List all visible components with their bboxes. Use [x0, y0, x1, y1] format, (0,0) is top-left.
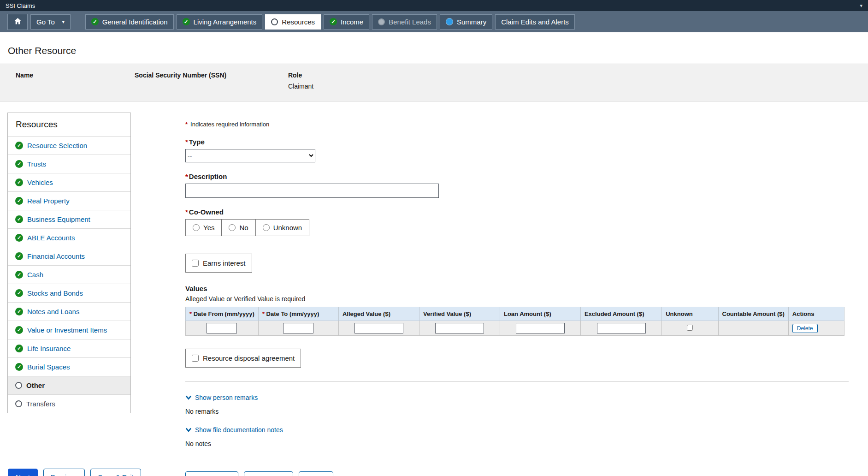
main-navigation: Go To ▾ ✓ General Identification ✓ Livin…	[0, 11, 868, 32]
check-circle-icon: ✓	[15, 215, 23, 223]
check-circle-icon: ✓	[15, 326, 23, 334]
home-button[interactable]	[7, 14, 28, 30]
next-button[interactable]: Next	[8, 469, 38, 476]
earns-interest-checkbox-group[interactable]: Earns interest	[185, 254, 252, 273]
previous-button[interactable]: Previous	[43, 469, 85, 476]
sidebar-item-label: Trusts	[27, 160, 46, 168]
tab-income[interactable]: ✓ Income	[324, 14, 369, 30]
co-owned-unknown-radio[interactable]	[263, 224, 270, 231]
radio-label: Yes	[203, 224, 214, 232]
tab-claim-edits-and-alerts[interactable]: Claim Edits and Alerts	[495, 14, 575, 30]
tab-benefit-leads: Benefit Leads	[372, 14, 437, 30]
excluded-amount-input[interactable]	[597, 323, 646, 333]
resource-disposal-checkbox-group[interactable]: Resource disposal agreement	[185, 349, 301, 368]
tab-label: Income	[341, 18, 363, 26]
co-owned-yes-option[interactable]: Yes	[186, 220, 222, 236]
sidebar-item-other[interactable]: Other	[8, 376, 130, 394]
col-date-from: * Date From (mm/yyyy)	[186, 307, 259, 321]
required-note: * Indicates required information	[185, 121, 849, 128]
sidebar-item-label: Stocks and Bonds	[27, 289, 83, 297]
check-circle-icon: ✓	[15, 160, 23, 168]
sidebar-item-label: Other	[26, 381, 45, 389]
required-asterisk: *	[185, 121, 188, 128]
sidebar-item-label: ABLE Accounts	[27, 234, 75, 242]
sidebar-item-transfers[interactable]: Transfers	[8, 394, 130, 413]
col-verified-value: Verified Value ($)	[419, 307, 500, 321]
resource-disposal-checkbox[interactable]	[192, 355, 199, 362]
wizard-footer-actions: Next Previous Save & Exit	[8, 469, 141, 476]
sidebar-item-real-property[interactable]: ✓ Real Property	[8, 191, 130, 210]
type-label: *Type	[185, 138, 849, 146]
earns-interest-label: Earns interest	[203, 259, 246, 267]
radio-circle-icon	[15, 382, 22, 389]
sidebar-item-cash[interactable]: ✓ Cash	[8, 265, 130, 284]
sidebar-item-label: Value or Investment Items	[27, 326, 107, 334]
save-exit-button[interactable]: Save & Exit	[90, 469, 141, 476]
sidebar-item-trusts[interactable]: ✓ Trusts	[8, 155, 130, 173]
check-circle-icon: ✓	[330, 18, 337, 25]
date-to-input[interactable]	[283, 323, 313, 333]
tab-label: Resources	[282, 18, 315, 26]
sidebar-item-stocks-and-bonds[interactable]: ✓ Stocks and Bonds	[8, 284, 130, 302]
home-icon	[14, 18, 22, 26]
required-note-text: Indicates required information	[190, 121, 269, 128]
date-from-input[interactable]	[207, 323, 237, 333]
page-title: Other Resource	[8, 45, 868, 56]
type-select[interactable]: --	[185, 149, 315, 162]
person-remarks-toggle[interactable]: Show person remarks	[185, 394, 849, 401]
col-alleged-value: Alleged Value ($)	[338, 307, 419, 321]
tab-label: Living Arrangements	[194, 18, 257, 26]
app-header: SSI Claims ▾	[0, 0, 868, 11]
person-name-field: Name	[16, 71, 135, 90]
file-notes-toggle[interactable]: Show file documentation notes	[185, 426, 849, 434]
sidebar-item-resource-selection[interactable]: ✓ Resource Selection	[8, 136, 130, 155]
delete-button[interactable]: Delete	[299, 471, 333, 476]
toggle-label: Show file documentation notes	[195, 426, 283, 434]
sidebar-item-vehicles[interactable]: ✓ Vehicles	[8, 173, 130, 191]
check-circle-icon: ✓	[15, 234, 23, 242]
role-label: Role	[288, 71, 313, 79]
check-circle-icon: ✓	[15, 363, 23, 371]
tab-living-arrangements[interactable]: ✓ Living Arrangements	[177, 14, 263, 30]
clear-page-button[interactable]: Clear Page	[244, 471, 293, 476]
role-value: Claimant	[288, 83, 313, 90]
countable-amount-cell	[718, 321, 788, 336]
required-asterisk: *	[189, 310, 192, 317]
sidebar-item-value-or-investment-items[interactable]: ✓ Value or Investment Items	[8, 321, 130, 339]
unknown-checkbox[interactable]	[687, 325, 693, 331]
sidebar-item-able-accounts[interactable]: ✓ ABLE Accounts	[8, 228, 130, 247]
row-delete-button[interactable]: Delete	[792, 324, 818, 333]
radio-circle-icon	[271, 18, 278, 25]
sidebar-item-business-equipment[interactable]: ✓ Business Equipment	[8, 210, 130, 228]
co-owned-yes-radio[interactable]	[193, 224, 200, 231]
sidebar-item-financial-accounts[interactable]: ✓ Financial Accounts	[8, 247, 130, 265]
person-role-field: Role Claimant	[288, 71, 313, 90]
values-row: Delete	[186, 321, 844, 336]
required-asterisk: *	[185, 138, 188, 146]
earns-interest-checkbox[interactable]	[192, 260, 199, 267]
radio-circle-icon	[15, 400, 22, 407]
radio-label: Unknown	[273, 224, 302, 232]
verified-value-input[interactable]	[435, 323, 484, 333]
co-owned-no-radio[interactable]	[229, 224, 236, 231]
add-another-button[interactable]: Add Another	[185, 471, 238, 476]
tab-summary[interactable]: Summary	[440, 14, 492, 30]
tab-resources[interactable]: Resources	[265, 14, 321, 30]
summary-circle-icon	[446, 18, 453, 25]
alleged-value-input[interactable]	[354, 323, 403, 333]
description-input[interactable]	[185, 184, 439, 198]
co-owned-unknown-option[interactable]: Unknown	[256, 220, 309, 236]
sidebar-item-burial-spaces[interactable]: ✓ Burial Spaces	[8, 357, 130, 376]
go-to-dropdown[interactable]: Go To ▾	[30, 14, 71, 30]
sidebar-item-label: Financial Accounts	[27, 252, 85, 260]
sidebar-item-notes-and-loans[interactable]: ✓ Notes and Loans	[8, 302, 130, 321]
loan-amount-input[interactable]	[516, 323, 565, 333]
co-owned-no-option[interactable]: No	[222, 220, 255, 236]
toggle-label: Show person remarks	[195, 394, 258, 401]
sidebar-item-life-insurance[interactable]: ✓ Life Insurance	[8, 339, 130, 357]
required-asterisk: *	[185, 173, 188, 180]
chevron-down-icon[interactable]: ▾	[860, 3, 862, 9]
person-ssn-field: Social Security Number (SSN)	[135, 71, 288, 90]
tab-general-identification[interactable]: ✓ General Identification	[85, 14, 174, 30]
tab-label: Claim Edits and Alerts	[501, 18, 569, 26]
